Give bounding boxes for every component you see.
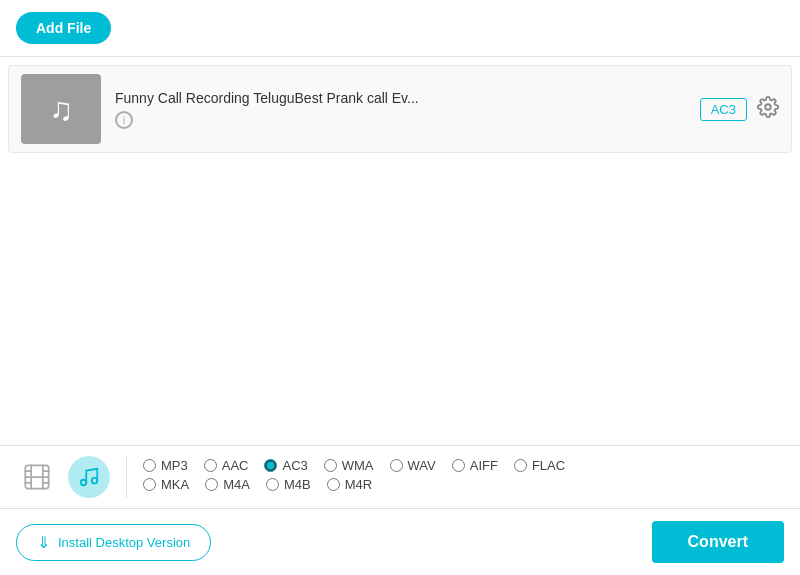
- radio-mka[interactable]: [143, 478, 156, 491]
- file-item: ♫ Funny Call Recording TeluguBest Prank …: [8, 65, 792, 153]
- radio-group: MP3 AAC AC3 WMA WAV AIFF F: [143, 458, 784, 496]
- format-mp3[interactable]: MP3: [143, 458, 188, 473]
- film-icon: [23, 463, 51, 491]
- tab-icons: [0, 456, 127, 498]
- radio-m4r[interactable]: [327, 478, 340, 491]
- format-wma[interactable]: WMA: [324, 458, 374, 473]
- radio-mp3[interactable]: [143, 459, 156, 472]
- svg-point-10: [92, 478, 98, 484]
- music-icon: [78, 466, 100, 488]
- file-name: Funny Call Recording TeluguBest Prank ca…: [115, 90, 700, 106]
- format-aac[interactable]: AAC: [204, 458, 249, 473]
- download-icon: ⇓: [37, 533, 50, 552]
- action-bar: ⇓ Install Desktop Version Convert: [0, 509, 800, 575]
- svg-point-9: [81, 480, 87, 486]
- install-label: Install Desktop Version: [58, 535, 190, 550]
- format-options: MP3 AAC AC3 WMA WAV AIFF F: [127, 456, 800, 498]
- convert-button[interactable]: Convert: [652, 521, 784, 563]
- format-badge[interactable]: AC3: [700, 98, 747, 121]
- add-file-button[interactable]: Add File: [16, 12, 111, 44]
- format-tabs: MP3 AAC AC3 WMA WAV AIFF F: [0, 446, 800, 509]
- format-m4r[interactable]: M4R: [327, 477, 372, 492]
- bottom-panel: MP3 AAC AC3 WMA WAV AIFF F: [0, 445, 800, 575]
- radio-ac3[interactable]: [264, 459, 277, 472]
- format-mka[interactable]: MKA: [143, 477, 189, 492]
- file-thumbnail: ♫: [21, 74, 101, 144]
- format-aiff[interactable]: AIFF: [452, 458, 498, 473]
- file-actions: AC3: [700, 96, 779, 123]
- radio-aac[interactable]: [204, 459, 217, 472]
- format-m4a[interactable]: M4A: [205, 477, 250, 492]
- radio-m4a[interactable]: [205, 478, 218, 491]
- radio-aiff[interactable]: [452, 459, 465, 472]
- file-list-area: ♫ Funny Call Recording TeluguBest Prank …: [0, 57, 800, 445]
- info-circle-icon[interactable]: i: [115, 111, 133, 129]
- install-desktop-button[interactable]: ⇓ Install Desktop Version: [16, 524, 211, 561]
- top-bar: Add File: [0, 0, 800, 57]
- video-tab-button[interactable]: [16, 456, 58, 498]
- format-wav[interactable]: WAV: [390, 458, 436, 473]
- radio-flac[interactable]: [514, 459, 527, 472]
- file-info: Funny Call Recording TeluguBest Prank ca…: [115, 90, 700, 129]
- settings-button[interactable]: [757, 96, 779, 123]
- radio-m4b[interactable]: [266, 478, 279, 491]
- radio-wav[interactable]: [390, 459, 403, 472]
- audio-tab-button[interactable]: [68, 456, 110, 498]
- format-m4b[interactable]: M4B: [266, 477, 311, 492]
- format-ac3[interactable]: AC3: [264, 458, 307, 473]
- svg-point-0: [765, 104, 771, 110]
- music-thumbnail-icon: ♫: [49, 91, 73, 128]
- radio-wma[interactable]: [324, 459, 337, 472]
- format-flac[interactable]: FLAC: [514, 458, 565, 473]
